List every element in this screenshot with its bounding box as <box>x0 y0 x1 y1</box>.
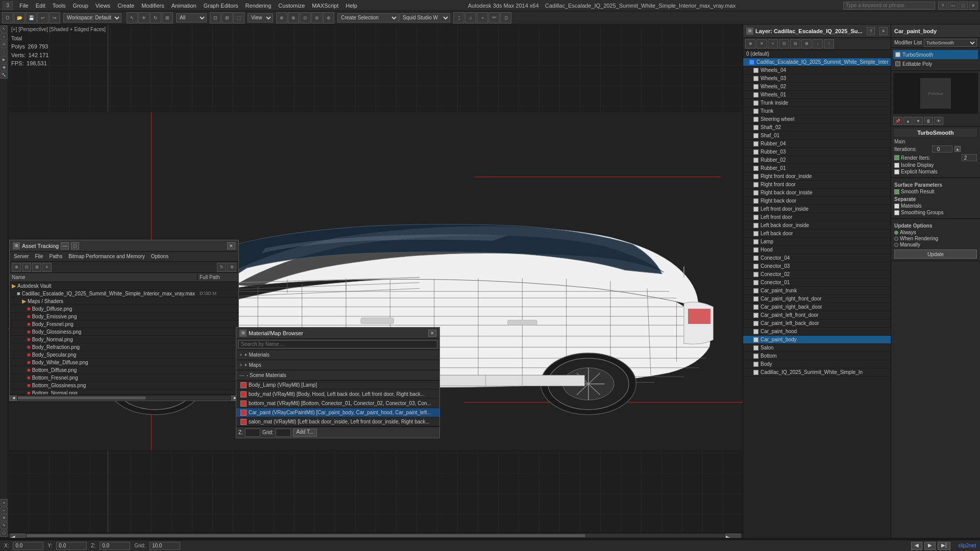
layer-item[interactable]: Car_paint_hood <box>743 328 891 336</box>
asset-menu-paths[interactable]: Paths <box>47 254 65 259</box>
ts-manually-radio[interactable]: Manually <box>894 242 977 247</box>
asset-maximize-btn[interactable]: □ <box>71 242 79 249</box>
layers-tb-1[interactable]: ⊕ <box>745 39 755 48</box>
ts-when-rendering-radio[interactable]: When Rendering <box>894 236 977 241</box>
asset-menu-bitmap[interactable]: Bitmap Performance and Memory <box>66 254 147 259</box>
ts-render-iters-check[interactable]: Render Iters: <box>894 154 977 161</box>
ts-iter-spinner-up[interactable]: ▲ <box>954 146 961 152</box>
ts-isoline-checkbox[interactable] <box>894 163 899 168</box>
layer-item[interactable]: Rubber_02 <box>743 156 891 164</box>
y-input[interactable] <box>56 542 87 550</box>
ts-materials-checkbox[interactable] <box>894 204 899 209</box>
close-button[interactable]: ✕ <box>969 2 978 10</box>
asset-item[interactable]: ■Body_Specular.png <box>10 351 238 359</box>
layer-item[interactable]: Salon <box>743 344 891 352</box>
tb-tool13[interactable]: ⍰ <box>500 12 511 23</box>
tb-tool5[interactable]: ⊗ <box>288 12 299 23</box>
layer-item[interactable]: Left back door <box>743 230 891 238</box>
layer-item[interactable]: Rubber_01 <box>743 164 891 172</box>
asset-item[interactable]: ■Cadillac_Escalade_IQ_2025_Summit_White_… <box>10 290 238 297</box>
layer-item[interactable]: Rubber_04 <box>743 140 891 148</box>
ts-smooth-result-check[interactable]: Smooth Result <box>894 189 977 194</box>
ts-smoothing-groups-checkbox[interactable] <box>894 210 899 215</box>
layer-item[interactable]: Body <box>743 360 891 368</box>
tb-tool4[interactable]: ⊕ <box>276 12 287 23</box>
layer-item[interactable]: 0 (default) <box>743 50 891 58</box>
status-end-btn[interactable]: ▶| <box>938 542 950 550</box>
layer-item[interactable]: Wheels_03 <box>743 74 891 83</box>
asset-item[interactable]: ■Body_Fresnel.png <box>10 320 238 328</box>
layer-item[interactable]: Right back door_inside <box>743 189 891 197</box>
layers-tb-5[interactable]: ⊟ <box>790 39 800 48</box>
asset-minimize-btn[interactable]: — <box>61 242 69 249</box>
add-material-btn[interactable]: Add T... <box>293 429 317 437</box>
asset-close-btn[interactable]: ✕ <box>227 242 235 249</box>
new-btn[interactable]: 🗋 <box>2 12 13 23</box>
menu-create[interactable]: Create <box>114 2 137 10</box>
ts-render-iters-input[interactable] <box>962 154 977 161</box>
tb-tool6[interactable]: ⊙ <box>300 12 311 23</box>
mod-show-btn[interactable]: 👁 <box>934 117 943 125</box>
open-btn[interactable]: 📂 <box>14 12 25 23</box>
layer-item[interactable]: Right front door_inside <box>743 172 891 181</box>
layers-x-btn[interactable]: ✕ <box>879 27 888 35</box>
menu-animation[interactable]: Animation <box>168 2 200 10</box>
workspace-select[interactable]: Workspace: Default <box>63 13 121 22</box>
lt-modify[interactable]: ⊡ <box>1 41 8 48</box>
lt-bottom1[interactable]: ≡ <box>1 499 8 506</box>
layer-item[interactable]: Car_paint_body <box>743 336 891 344</box>
scale-btn[interactable]: ⊞ <box>162 12 173 23</box>
scene-materials-section-header[interactable]: — - Scene Materials <box>236 370 439 381</box>
menu-modifiers[interactable]: Modifiers <box>138 2 167 10</box>
layer-item[interactable]: Right front door <box>743 181 891 189</box>
layer-item[interactable]: Car_paint_trunk <box>743 287 891 295</box>
material-item[interactable]: Body_Lamp (VRayMtl) [Lamp] <box>236 381 439 390</box>
ts-always-radio[interactable]: Always <box>894 230 977 235</box>
modifier-dropdown[interactable]: TurboSmooth <box>924 39 977 47</box>
asset-tree[interactable]: ▶Autodesk Vault■Cadillac_Escalade_IQ_202… <box>10 282 238 394</box>
modifier-item-turbsmooth[interactable]: TurboSmooth <box>893 50 978 59</box>
asset-item[interactable]: ■Body_Glossiness.png <box>10 328 238 336</box>
asset-item[interactable]: ■Bottom_Diffuse.png <box>10 366 238 374</box>
layer-item[interactable]: Car_paint_right_front_door <box>743 295 891 303</box>
status-time-btn[interactable]: ◀ <box>911 542 922 550</box>
layer-item[interactable]: Wheels_02 <box>743 83 891 91</box>
menu-tools[interactable]: Tools <box>50 2 69 10</box>
lt-bottom4[interactable]: ✎ <box>1 522 8 529</box>
material-item[interactable]: Car_paint (VRayCarPaintMtl) [Car_paint_b… <box>236 408 439 417</box>
grid-input-bar[interactable] <box>150 542 180 550</box>
modifier-checkbox-turbsmooth[interactable] <box>895 52 900 57</box>
material-item[interactable]: salon_mat (VRayMtl) [Left back door_insi… <box>236 417 439 427</box>
asset-item[interactable]: ■Body_Emissive.png <box>10 313 238 320</box>
asset-item[interactable]: ▶Autodesk Vault <box>10 282 238 290</box>
layer-item[interactable]: Conector_02 <box>743 270 891 279</box>
ts-update-btn[interactable]: Update <box>894 249 977 259</box>
layer-item[interactable]: Cadillac_Escalade_IQ_2025_Summit_White_S… <box>743 58 891 66</box>
menu-help[interactable]: Help <box>342 2 360 10</box>
menu-views[interactable]: Views <box>92 2 113 10</box>
asset-item[interactable]: ■Bottom_Normal.png <box>10 389 238 394</box>
layers-tb-2[interactable]: ✕ <box>756 39 767 48</box>
squid-select[interactable]: Squid Studio W <box>399 13 450 22</box>
layers-close-btn[interactable]: ? <box>867 27 875 35</box>
layer-item[interactable]: Car_paint_left_front_door <box>743 311 891 319</box>
layer-item[interactable]: Cadillac_IQ_2025_Summit_White_Simple_In <box>743 368 891 377</box>
search-input[interactable] <box>843 2 935 10</box>
layer-item[interactable]: Left front door <box>743 213 891 221</box>
layers-tb-4[interactable]: ⊡ <box>779 39 789 48</box>
z-input[interactable] <box>100 542 130 550</box>
asset-menu-options[interactable]: Options <box>149 254 170 259</box>
layer-list[interactable]: 0 (default)Cadillac_Escalade_IQ_2025_Sum… <box>743 50 891 538</box>
maximize-button[interactable]: □ <box>959 2 968 10</box>
asset-tb-settings[interactable]: ⚙ <box>227 263 236 272</box>
asset-menu-file[interactable]: File <box>33 254 45 259</box>
layer-item[interactable]: Car_paint_left_back_door <box>743 319 891 328</box>
minimize-button[interactable]: — <box>948 2 958 10</box>
create-selection-select[interactable]: Create Selection <box>337 13 399 22</box>
asset-item[interactable]: ■Bottom_Fresnel.png <box>10 374 238 382</box>
menu-customize[interactable]: Customize <box>275 2 308 10</box>
help-button[interactable]: ? <box>938 2 947 10</box>
lt-display[interactable]: ◉ <box>1 64 8 71</box>
layers-tb-8[interactable]: ↑ <box>824 39 834 48</box>
asset-item[interactable]: ■Body_Refraction.png <box>10 343 238 351</box>
